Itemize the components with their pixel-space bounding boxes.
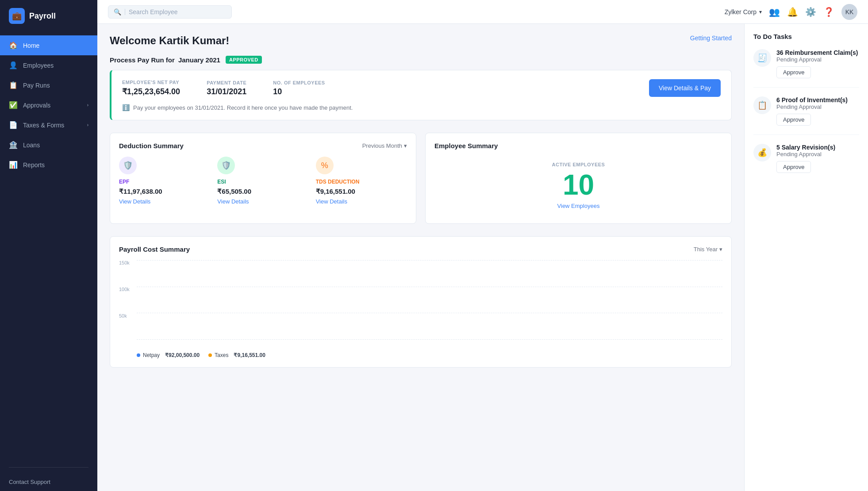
search-placeholder: Search Employee bbox=[129, 8, 178, 15]
sidebar-nav: 🏠 Home 👤 Employees 📋 Pay Runs ✅ Approval… bbox=[0, 32, 97, 462]
person-icon: 👤 bbox=[9, 61, 18, 69]
sidebar-logo[interactable]: 💼 Payroll bbox=[0, 0, 97, 32]
tds-view-details-link[interactable]: View Details bbox=[316, 198, 407, 205]
info-icon: ℹ️ bbox=[122, 104, 130, 111]
chevron-down-icon: ▾ bbox=[719, 246, 722, 253]
salary-approve-button[interactable]: Approve bbox=[776, 161, 811, 173]
legend-netpay-label: Netpay bbox=[143, 352, 160, 358]
todo-reimbursement: 🧾 36 Reimbursement Claim(s) Pending Appr… bbox=[753, 49, 859, 88]
check-icon: ✅ bbox=[9, 101, 18, 109]
logo-text: Payroll bbox=[29, 12, 56, 21]
deduction-items: 🛡️ EPF ₹11,97,638.00 View Details 🛡️ ESI… bbox=[119, 157, 407, 205]
sidebar-item-label: Home bbox=[23, 42, 39, 49]
stat-payment-date: PAYMENT DATE 31/01/2021 bbox=[207, 80, 246, 96]
reimbursement-desc: Pending Approval bbox=[776, 56, 859, 63]
pay-run-note: ℹ️ Pay your employees on 31/01/2021. Rec… bbox=[122, 104, 721, 111]
todo-proof: 📋 6 Proof of Inventment(s) Pending Appro… bbox=[753, 96, 859, 135]
epf-amount: ₹11,97,638.00 bbox=[119, 188, 210, 196]
search-bar[interactable]: 🔍 Search Employee bbox=[108, 5, 232, 19]
deduction-epf: 🛡️ EPF ₹11,97,638.00 View Details bbox=[119, 157, 210, 205]
deduction-tds: % TDS DEDUCTION ₹9,16,551.00 View Detail… bbox=[316, 157, 407, 205]
sidebar-item-taxes-forms[interactable]: 📄 Taxes & Forms › bbox=[0, 115, 97, 135]
cost-period-selector[interactable]: This Year ▾ bbox=[694, 246, 722, 253]
company-selector[interactable]: Zylker Corp ▾ bbox=[725, 8, 762, 15]
view-employees-link[interactable]: View Employees bbox=[434, 203, 722, 209]
legend-netpay-dot bbox=[137, 353, 140, 357]
proof-icon: 📋 bbox=[753, 96, 771, 114]
todo-salary-info: 5 Salary Revision(s) Pending Approval Ap… bbox=[776, 144, 859, 173]
search-icon: 🔍 bbox=[114, 8, 121, 15]
legend-taxes: Taxes ₹9,16,551.00 bbox=[208, 352, 265, 358]
user-avatar[interactable]: KK bbox=[841, 4, 857, 20]
summary-columns: Deduction Summary Previous Month ▾ 🛡️ EP… bbox=[110, 133, 732, 224]
todo-title: To Do Tasks bbox=[753, 33, 859, 40]
deduction-card-title: Deduction Summary bbox=[119, 142, 184, 150]
sidebar-item-loans[interactable]: 🏦 Loans bbox=[0, 135, 97, 155]
add-people-icon[interactable]: 👥 bbox=[769, 7, 780, 17]
sidebar-item-pay-runs[interactable]: 📋 Pay Runs bbox=[0, 75, 97, 95]
proof-approve-button[interactable]: Approve bbox=[776, 114, 811, 126]
chart-icon: 📊 bbox=[9, 161, 18, 169]
pay-run-section-header: Process Pay Run for January 2021 APPROVE… bbox=[110, 56, 732, 64]
chart-y-axis: 150k 100k 50k bbox=[119, 260, 137, 340]
document-icon: 📄 bbox=[9, 121, 18, 129]
getting-started-link[interactable]: Getting Started bbox=[690, 35, 732, 42]
sidebar-divider bbox=[9, 467, 88, 468]
epf-view-details-link[interactable]: View Details bbox=[119, 198, 210, 205]
esi-icon: 🛡️ bbox=[217, 157, 235, 174]
employee-card-title: Employee Summary bbox=[434, 142, 498, 150]
chart-bars bbox=[137, 260, 722, 349]
sidebar-item-label: Reports bbox=[23, 161, 45, 169]
stat-value-net-pay: ₹1,25,23,654.00 bbox=[122, 87, 180, 96]
stat-label-date: PAYMENT DATE bbox=[207, 80, 246, 85]
legend-taxes-label: Taxes bbox=[215, 352, 228, 358]
content-area: Welcome Kartik Kumar! Getting Started Pr… bbox=[97, 24, 868, 491]
sidebar-contact-support[interactable]: Contact Support bbox=[0, 473, 97, 491]
epf-label: EPF bbox=[119, 179, 210, 185]
esi-label: ESI bbox=[217, 179, 308, 185]
y-label-150k: 150k bbox=[119, 260, 137, 265]
stat-net-pay: EMPLOYEE'S NET PAY ₹1,25,23,654.00 bbox=[122, 80, 180, 96]
reimbursement-approve-button[interactable]: Approve bbox=[776, 66, 811, 78]
main-area: 🔍 Search Employee Zylker Corp ▾ 👥 🔔 ⚙️ ❓… bbox=[97, 0, 868, 491]
period-selector[interactable]: Previous Month ▾ bbox=[362, 142, 407, 149]
pay-run-stats: EMPLOYEE'S NET PAY ₹1,25,23,654.00 PAYME… bbox=[122, 79, 721, 97]
sidebar-item-employees[interactable]: 👤 Employees bbox=[0, 55, 97, 75]
chevron-right-icon: › bbox=[87, 123, 88, 127]
cost-card-header: Payroll Cost Summary This Year ▾ bbox=[119, 246, 722, 253]
deduction-esi: 🛡️ ESI ₹65,505.00 View Details bbox=[217, 157, 308, 205]
pay-run-card: EMPLOYEE'S NET PAY ₹1,25,23,654.00 PAYME… bbox=[110, 70, 732, 120]
deduction-summary-card: Deduction Summary Previous Month ▾ 🛡️ EP… bbox=[110, 133, 416, 224]
stat-label-net-pay: EMPLOYEE'S NET PAY bbox=[122, 80, 180, 85]
employee-card-header: Employee Summary bbox=[434, 142, 722, 150]
help-icon[interactable]: ❓ bbox=[823, 7, 834, 17]
sidebar-item-approvals[interactable]: ✅ Approvals › bbox=[0, 95, 97, 115]
settings-icon[interactable]: ⚙️ bbox=[805, 7, 816, 17]
header-right: Zylker Corp ▾ 👥 🔔 ⚙️ ❓ KK bbox=[725, 4, 857, 20]
company-name: Zylker Corp bbox=[725, 8, 757, 15]
main-content: Welcome Kartik Kumar! Getting Started Pr… bbox=[97, 24, 744, 491]
notification-icon[interactable]: 🔔 bbox=[787, 7, 798, 17]
active-employees-count: 10 bbox=[434, 171, 722, 199]
epf-icon: 🛡️ bbox=[119, 157, 137, 174]
esi-amount: ₹65,505.00 bbox=[217, 188, 308, 196]
legend-taxes-dot bbox=[208, 353, 212, 357]
sidebar-item-label: Taxes & Forms bbox=[23, 122, 64, 129]
sidebar-item-label: Employees bbox=[23, 62, 54, 69]
todo-reimbursement-info: 36 Reimbursement Claim(s) Pending Approv… bbox=[776, 49, 859, 78]
sidebar-item-home[interactable]: 🏠 Home bbox=[0, 35, 97, 55]
page-title: Welcome Kartik Kumar! bbox=[110, 35, 229, 47]
right-panel: To Do Tasks 🧾 36 Reimbursement Claim(s) … bbox=[744, 24, 868, 491]
payroll-cost-card: Payroll Cost Summary This Year ▾ 150k bbox=[110, 236, 732, 368]
approved-badge: APPROVED bbox=[226, 56, 262, 64]
view-details-pay-button[interactable]: View Details & Pay bbox=[649, 79, 721, 97]
active-employees-label: ACTIVE EMPLOYEES bbox=[434, 162, 722, 167]
header: 🔍 Search Employee Zylker Corp ▾ 👥 🔔 ⚙️ ❓… bbox=[97, 0, 868, 24]
esi-view-details-link[interactable]: View Details bbox=[217, 198, 308, 205]
tds-icon: % bbox=[316, 157, 334, 174]
tds-label: TDS DEDUCTION bbox=[316, 179, 407, 185]
reimbursement-icon: 🧾 bbox=[753, 49, 771, 67]
payroll-chart: 150k 100k 50k bbox=[119, 260, 722, 349]
sidebar-item-reports[interactable]: 📊 Reports bbox=[0, 155, 97, 175]
search-divider bbox=[125, 9, 125, 15]
